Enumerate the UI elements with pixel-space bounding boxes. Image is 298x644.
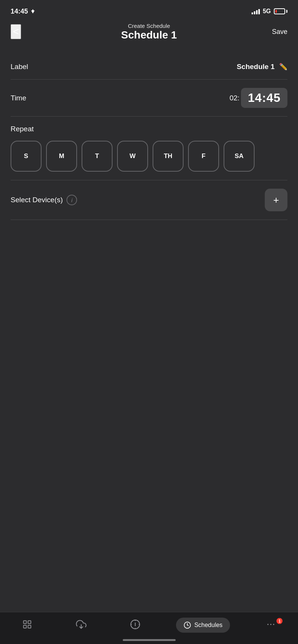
nav-item-compass[interactable] bbox=[122, 619, 148, 631]
schedules-label: Schedules bbox=[194, 622, 222, 629]
nav-item-dashboard[interactable] bbox=[14, 619, 40, 631]
cloud-download-icon bbox=[76, 619, 86, 631]
svg-rect-2 bbox=[23, 625, 26, 628]
nav-item-download[interactable] bbox=[68, 619, 94, 631]
network-label: 5G bbox=[263, 8, 271, 15]
days-row: S M T W TH F SA bbox=[11, 141, 287, 172]
label-value-group[interactable]: Schedule 1 ✏️ bbox=[237, 63, 287, 71]
time-row: Time 02: 14:45 bbox=[11, 80, 287, 117]
signal-bar-2 bbox=[254, 11, 255, 14]
add-device-button[interactable]: + bbox=[265, 189, 287, 211]
signal-bars bbox=[252, 8, 260, 14]
signal-bar-3 bbox=[256, 10, 258, 14]
day-button-m[interactable]: M bbox=[46, 141, 77, 172]
save-button[interactable]: Save bbox=[272, 28, 287, 36]
compass-icon bbox=[130, 619, 141, 631]
info-icon[interactable]: i bbox=[66, 195, 77, 205]
status-time: 14:45 bbox=[11, 8, 36, 15]
more-badge: 1 bbox=[276, 618, 283, 624]
signal-bar-4 bbox=[258, 9, 260, 14]
day-button-th[interactable]: TH bbox=[153, 141, 184, 172]
back-button[interactable]: < bbox=[11, 24, 21, 39]
repeat-section: Repeat S M T W TH F SA bbox=[11, 117, 287, 180]
main-content: Label Schedule 1 ✏️ Time 02: 14:45 Repea… bbox=[0, 47, 298, 227]
more-icon bbox=[266, 619, 276, 631]
svg-rect-1 bbox=[28, 621, 31, 624]
device-label: Select Device(s) bbox=[11, 196, 63, 204]
svg-rect-0 bbox=[23, 621, 26, 624]
time-field-label: Time bbox=[11, 94, 26, 102]
label-value: Schedule 1 bbox=[237, 63, 275, 71]
nav-item-more[interactable]: 1 bbox=[258, 619, 284, 631]
edit-icon[interactable]: ✏️ bbox=[279, 63, 287, 71]
nav-item-schedules[interactable]: Schedules bbox=[176, 618, 230, 633]
battery-tip bbox=[286, 10, 287, 13]
day-button-f[interactable]: F bbox=[188, 141, 219, 172]
home-indicator bbox=[123, 639, 176, 641]
time-display[interactable]: 02: 14:45 bbox=[230, 88, 287, 108]
time-prefix: 02: bbox=[230, 94, 239, 102]
repeat-label: Repeat bbox=[11, 125, 287, 133]
header-center: Create Schedule Schedule 1 bbox=[121, 23, 177, 41]
svg-point-11 bbox=[267, 624, 269, 625]
battery-fill bbox=[275, 10, 277, 13]
label-field-label: Label bbox=[11, 63, 28, 71]
device-label-group: Select Device(s) i bbox=[11, 195, 77, 205]
svg-point-12 bbox=[270, 624, 272, 625]
header-subtitle: Create Schedule bbox=[121, 23, 177, 29]
time-badge[interactable]: 14:45 bbox=[241, 88, 287, 108]
label-row: Label Schedule 1 ✏️ bbox=[11, 54, 287, 80]
header: < Create Schedule Schedule 1 Save bbox=[0, 20, 298, 47]
time-label: 14:45 bbox=[11, 8, 28, 15]
battery-indicator bbox=[274, 8, 287, 14]
header-title: Schedule 1 bbox=[121, 29, 177, 41]
schedules-pill[interactable]: Schedules bbox=[176, 618, 230, 633]
svg-point-13 bbox=[273, 624, 274, 625]
signal-bar-1 bbox=[252, 12, 253, 14]
battery-body bbox=[274, 8, 285, 14]
day-button-s[interactable]: S bbox=[11, 141, 42, 172]
svg-rect-3 bbox=[28, 625, 31, 628]
day-button-t[interactable]: T bbox=[82, 141, 113, 172]
day-button-w[interactable]: W bbox=[117, 141, 148, 172]
location-icon bbox=[30, 9, 36, 14]
status-right: 5G bbox=[252, 8, 287, 15]
day-button-sa[interactable]: SA bbox=[224, 141, 255, 172]
dashboard-icon bbox=[22, 619, 32, 631]
device-row: Select Device(s) i + bbox=[11, 180, 287, 220]
clock-icon bbox=[184, 621, 191, 629]
status-bar: 14:45 5G bbox=[0, 0, 298, 20]
